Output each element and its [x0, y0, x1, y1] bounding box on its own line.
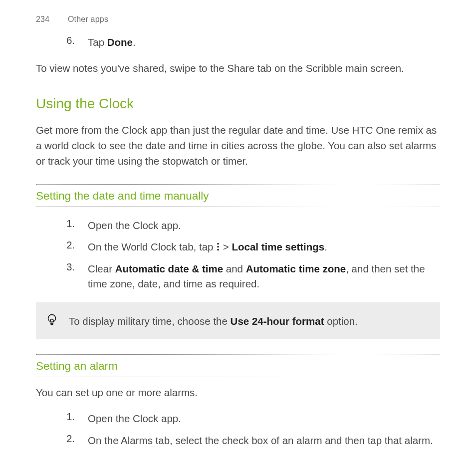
subsection-title: Setting an alarm — [36, 355, 440, 377]
alarm-step-1: 1. Open the Clock app. — [49, 411, 440, 426]
text-bold-auto-date-time: Automatic date & time — [115, 263, 223, 274]
list-body: Open the Clock app. — [88, 411, 440, 426]
text-bold-local-time-settings: Local time settings — [232, 241, 325, 252]
list-number: 1. — [49, 411, 88, 426]
top-step-6: 6. Tap Done. — [49, 35, 440, 50]
step-3-clear-auto: 3. Clear Automatic date & time and Autom… — [49, 261, 440, 291]
section-heading-using-the-clock: Using the Clock — [36, 96, 440, 112]
svg-rect-2 — [218, 249, 219, 250]
divider-dotted — [36, 377, 440, 377]
text-mid: and — [223, 263, 246, 274]
list-number: 1. — [49, 218, 88, 233]
overflow-menu-icon — [216, 241, 220, 252]
alarm-step-2: 2. On the Alarms tab, select the check b… — [49, 433, 440, 448]
tip-post: option. — [324, 315, 358, 327]
page-number: 234 — [36, 15, 49, 24]
text-bold-done: Done — [107, 36, 133, 48]
svg-rect-0 — [218, 243, 219, 244]
list-number: 2. — [49, 239, 88, 254]
section-intro: Get more from the Clock app than just th… — [36, 123, 440, 169]
list-body: On the Alarms tab, select the check box … — [88, 433, 440, 448]
tip-pre: To display military time, choose the — [69, 315, 231, 327]
text-pre: On the World Clock tab, tap — [88, 241, 216, 252]
share-tab-note: To view notes you've shared, swipe to th… — [36, 61, 440, 76]
list-number: 2. — [49, 433, 88, 448]
divider-dotted — [36, 207, 440, 207]
subsection-title: Setting the date and time manually — [36, 185, 440, 207]
list-number: 3. — [49, 261, 88, 291]
document-page: 234 Other apps 6. Tap Done. To view note… — [0, 0, 476, 468]
svg-rect-1 — [218, 246, 219, 247]
text-pre: Clear — [88, 263, 115, 274]
list-body: Tap Done. — [88, 35, 440, 50]
page-section: Other apps — [68, 15, 108, 23]
alarm-intro: You can set up one or more alarms. — [36, 385, 440, 401]
text-post: . — [324, 241, 327, 252]
svg-point-3 — [48, 314, 56, 322]
text-suffix: . — [133, 36, 136, 48]
list-body: On the World Clock tab, tap > Local time… — [88, 239, 440, 254]
text-mid: > — [220, 241, 232, 252]
tip-bold-24hour: Use 24-hour format — [231, 315, 324, 327]
tip-text: To display military time, choose the Use… — [69, 315, 358, 327]
list-body: Open the Clock app. — [88, 218, 440, 233]
lightbulb-icon — [46, 313, 58, 329]
page-header: 234 Other apps — [36, 15, 440, 24]
text-bold-auto-time-zone: Automatic time zone — [246, 263, 346, 274]
step-1-open-clock: 1. Open the Clock app. — [49, 218, 440, 233]
step-2-world-clock: 2. On the World Clock tab, tap > Local t… — [49, 239, 440, 254]
tip-callout: To display military time, choose the Use… — [36, 302, 440, 339]
list-number: 6. — [49, 35, 88, 50]
subsection-setting-alarm: Setting an alarm You can set up one or m… — [36, 354, 440, 448]
subsection-setting-date-time: Setting the date and time manually 1. Op… — [36, 184, 440, 339]
text-prefix: Tap — [88, 36, 107, 48]
list-body: Clear Automatic date & time and Automati… — [88, 261, 440, 291]
